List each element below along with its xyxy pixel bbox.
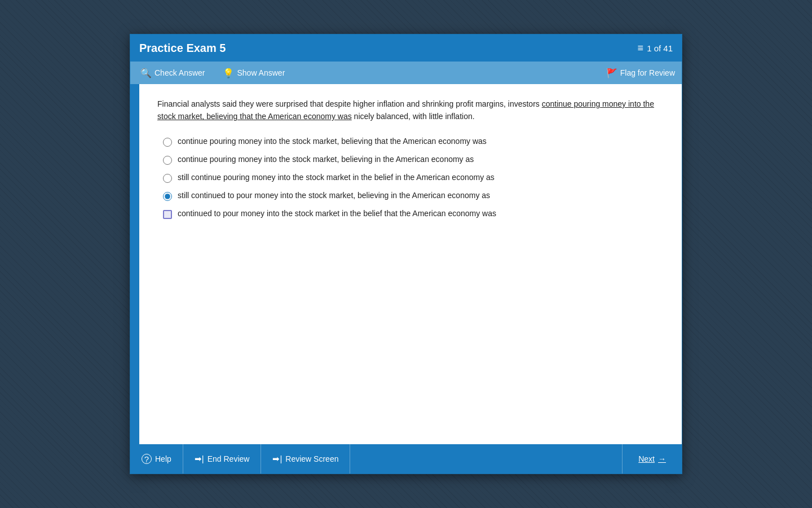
exam-header: Practice Exam 5 ≡ 1 of 41 xyxy=(130,34,682,62)
option-e[interactable]: continued to pour money into the stock m… xyxy=(163,209,664,219)
exam-title: Practice Exam 5 xyxy=(139,42,226,55)
end-review-button[interactable]: ➡| End Review xyxy=(183,444,262,474)
check-answer-icon: 🔍 xyxy=(140,68,152,78)
question-text-before: Financial analysts said they were surpri… xyxy=(157,99,542,108)
exam-window: Practice Exam 5 ≡ 1 of 41 🔍 Check Answer… xyxy=(130,34,682,474)
show-answer-icon: 💡 xyxy=(223,68,234,78)
option-c[interactable]: still continue pouring money into the st… xyxy=(163,173,664,183)
check-answer-label: Check Answer xyxy=(155,68,205,77)
check-answer-button[interactable]: 🔍 Check Answer xyxy=(137,65,208,81)
option-b[interactable]: continue pouring money into the stock ma… xyxy=(163,155,664,165)
question-text: Financial analysts said they were surpri… xyxy=(157,98,664,123)
option-b-radio[interactable] xyxy=(163,156,172,165)
option-a-radio[interactable] xyxy=(163,138,172,147)
next-arrow-icon: → xyxy=(658,454,666,463)
option-a-label: continue pouring money into the stock ma… xyxy=(178,137,487,146)
footer-left: ? Help ➡| End Review ➡| Review Screen xyxy=(130,444,350,474)
content-area: Financial analysts said they were surpri… xyxy=(130,84,682,444)
footer: ? Help ➡| End Review ➡| Review Screen Ne… xyxy=(130,444,682,474)
end-review-icon: ➡| xyxy=(195,454,204,464)
list-icon: ≡ xyxy=(638,42,644,54)
toolbar: 🔍 Check Answer 💡 Show Answer 🚩 Flag for … xyxy=(130,62,682,84)
question-text-after: nicely balanced, with little inflation. xyxy=(352,112,475,121)
next-button[interactable]: Next → xyxy=(622,444,682,474)
option-c-radio[interactable] xyxy=(163,174,172,183)
show-answer-label: Show Answer xyxy=(237,68,285,77)
end-review-label: End Review xyxy=(208,454,250,463)
review-screen-label: Review Screen xyxy=(285,454,338,463)
option-e-label: continued to pour money into the stock m… xyxy=(178,209,496,218)
option-c-label: still continue pouring money into the st… xyxy=(178,173,495,182)
options-list: continue pouring money into the stock ma… xyxy=(157,137,664,219)
review-screen-button[interactable]: ➡| Review Screen xyxy=(261,444,350,474)
option-e-radio[interactable] xyxy=(163,210,172,219)
question-area: Financial analysts said they were surpri… xyxy=(139,84,682,444)
toolbar-left: 🔍 Check Answer 💡 Show Answer xyxy=(137,65,288,81)
flag-review-button[interactable]: 🚩 Flag for Review xyxy=(606,68,675,78)
help-label: Help xyxy=(155,454,171,463)
flag-icon: 🚩 xyxy=(606,68,617,78)
left-accent-strip xyxy=(130,84,139,444)
option-d-radio[interactable] xyxy=(163,192,172,201)
review-screen-icon: ➡| xyxy=(272,454,282,464)
question-counter: ≡ 1 of 41 xyxy=(638,42,673,54)
next-label: Next xyxy=(638,454,655,463)
flag-review-label: Flag for Review xyxy=(620,68,675,77)
option-d[interactable]: still continued to pour money into the s… xyxy=(163,191,664,201)
help-button[interactable]: ? Help xyxy=(130,444,183,474)
option-b-label: continue pouring money into the stock ma… xyxy=(178,155,474,164)
help-icon: ? xyxy=(142,454,152,464)
show-answer-button[interactable]: 💡 Show Answer xyxy=(219,65,288,81)
option-d-label: still continued to pour money into the s… xyxy=(178,191,490,200)
option-a[interactable]: continue pouring money into the stock ma… xyxy=(163,137,664,147)
counter-text: 1 of 41 xyxy=(647,43,673,53)
